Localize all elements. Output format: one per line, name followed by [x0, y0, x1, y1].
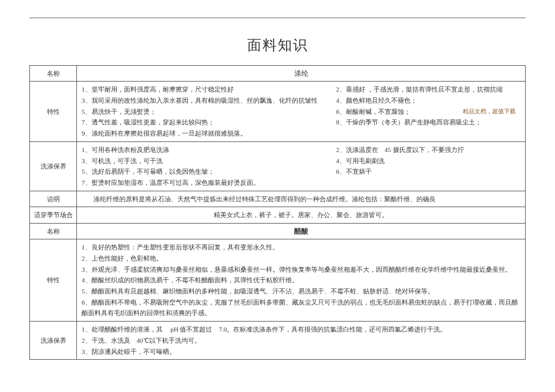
feature-item: 5、易洗快干，无须熨烫；: [82, 106, 336, 117]
feature-item: 7、透气性差，吸湿性更差，穿起来比较闷热；: [82, 117, 336, 128]
care-item: 2、洗涤温度在 45 摄氏度以下，不要强力拧: [336, 144, 520, 156]
feature-item: 2、上色性能好，色彩鲜艳。: [82, 253, 520, 264]
row-label-care: 洗涤保养: [30, 141, 77, 191]
feature-item: 8、干燥的季节（冬天）易产生静电而容易吸尘土；: [336, 117, 520, 128]
col-header-name-2: 名称: [30, 223, 77, 239]
care-item: 7、熨烫时应加垫湿布，温度不可过高，深色服装最好烫反面。: [82, 177, 520, 188]
row-label-care-2: 洗涤保养: [30, 322, 77, 360]
care-item: 1、可用各种洗衣粉及肥皂洗涤: [82, 144, 336, 156]
feature-item: 6、醋酯面料不带电，不易吸附空气中的灰尘，克服了丝毛织面料多带菌、藏灰尘又只可干…: [82, 297, 520, 319]
table-row: 说明 涤纶纤维的原料是将从石油、天然气中提炼出来经过特殊工艺处理而得到的一种合成…: [30, 191, 526, 207]
explain-text: 涤纶纤维的原料是将从石油、天然气中提炼出来经过特殊工艺处理而得到的一种合成纤维。…: [82, 194, 436, 205]
feature-item: 4、颜色鲜艳且经久不褪色；: [336, 95, 520, 106]
table-row: 名称 涤纶: [30, 66, 526, 82]
fabric2-care: 1、处理醋酸纤维的溶液，其 pH 值不宜超过 7.0。在标准洗涤条件下，具有很强…: [77, 322, 526, 360]
feature-item: 5、醋酯面料具有且超越棉、麻织物面料的多种性能，如吸湿透气、汗不沾、易洗易干、不…: [82, 286, 520, 297]
feature-item: 1、坚牢耐用，面料强度高，耐摩擦穿，尺寸稳定性好: [82, 84, 336, 95]
watermark-note: 精品文档，超值下载: [463, 106, 516, 116]
col-header-name: 名称: [30, 66, 77, 82]
feature-item: 9、涤纶面料在摩擦处很容易起球，一旦起球就很难脱落。: [82, 128, 520, 139]
fabric2-name: 醋酸: [77, 223, 526, 239]
feature-item: 4、醋酸丝织成的织物易洗易干，不霉不蛀醋酯面料，其弹性优于粘胶纤维。: [82, 275, 520, 286]
table-row: 特性 1、坚牢耐用，面料强度高，耐摩擦穿，尺寸稳定性好 2、垂感好 ，手感光滑，…: [30, 82, 526, 141]
table-row: 洗涤保养 1、处理醋酸纤维的溶液，其 pH 值不宜超过 7.0。在标准洗涤条件下…: [30, 322, 526, 360]
row-label-feature-2: 特性: [30, 239, 77, 322]
feature-item: 2、垂感好 ，手感光滑，挺括有弹性且不宜走形，抗褶抗缩: [336, 84, 520, 95]
row-label-season: 适穿季节场合: [30, 207, 77, 224]
table-row: 洗涤保养 1、可用各种洗衣粉及肥皂洗涤 2、洗涤温度在 45 摄氏度以下，不要强…: [30, 141, 526, 191]
table-row: 特性 1、良好的热塑性：产生塑性变形后形状不再回复，具有变形永久性。 2、上色性…: [30, 239, 526, 322]
fabric1-name: 涤纶: [77, 66, 526, 82]
feature-item: 3、外观光泽、手感柔软清爽却与桑蚕丝相似，悬垂感和桑蚕丝一样。弹性恢复率等与桑蚕…: [82, 264, 520, 275]
fabric1-care: 1、可用各种洗衣粉及肥皂洗涤 2、洗涤温度在 45 摄氏度以下，不要强力拧 3、…: [77, 141, 526, 191]
feature-item: 1、良好的热塑性：产生塑性变形后形状不再回复，具有变形永久性。: [82, 242, 520, 253]
fabric1-season: 精美女式上衣，裤子，裙子。居家、办公、聚会、旅游皆可。: [77, 207, 526, 224]
row-label-feature: 特性: [30, 82, 77, 141]
care-item: 4、可用毛刷刷洗: [336, 156, 520, 167]
row-label-explain: 说明: [30, 191, 77, 207]
page-title: 面料知识: [29, 36, 526, 55]
table-row: 适穿季节场合 精美女式上衣，裤子，裙子。居家、办公、聚会、旅游皆可。: [30, 207, 526, 224]
care-item: 5、洗好后易阴干，不可暴晒，以免因热生皱；: [82, 166, 336, 177]
fabric-table: 名称 涤纶 特性 1、坚牢耐用，面料强度高，耐摩擦穿，尺寸稳定性好 2、垂感好 …: [29, 65, 526, 360]
fabric1-features: 1、坚牢耐用，面料强度高，耐摩擦穿，尺寸稳定性好 2、垂感好 ，手感光滑，挺括有…: [77, 82, 526, 141]
care-item: 3、阴凉通风处晾干，不可曝晒。: [82, 346, 520, 357]
fabric2-features: 1、良好的热塑性：产生塑性变形后形状不再回复，具有变形永久性。 2、上色性能好，…: [77, 239, 526, 322]
care-item: 1、处理醋酸纤维的溶液，其 pH 值不宜超过 7.0。在标准洗涤条件下，具有很强…: [82, 324, 520, 335]
top-rule: [29, 18, 526, 18]
care-item: 2、干洗、水洗及 40℃以下机手洗均可。: [82, 335, 520, 346]
care-item: 6、不宜烘干: [336, 166, 520, 177]
table-row: 名称 醋酸: [30, 223, 526, 239]
feature-item: 3、我司采用的改性涤纶加入亲水基因，具有棉的吸湿性、丝的飘逸、化纤的抗皱性: [82, 95, 336, 106]
fabric1-explain: 涤纶纤维的原料是将从石油、天然气中提炼出来经过特殊工艺处理而得到的一种合成纤维。…: [77, 191, 526, 207]
care-item: 3、可机洗，可手洗，可干洗: [82, 156, 336, 167]
